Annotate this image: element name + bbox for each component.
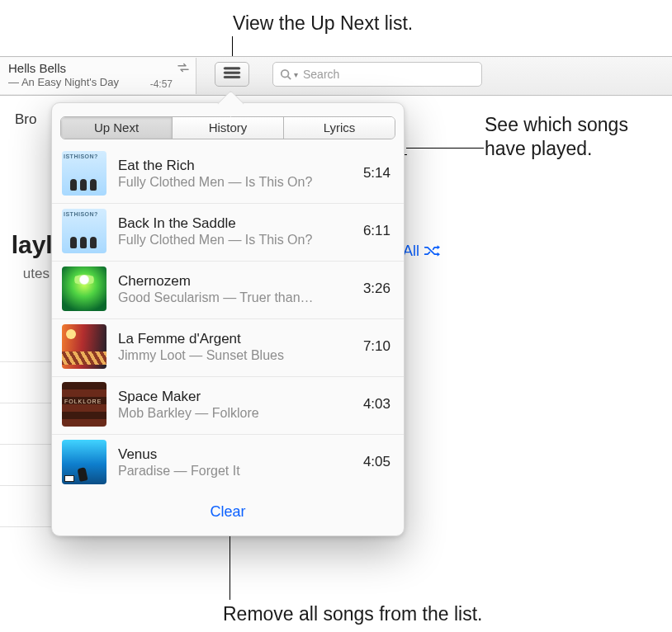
song-meta: La Femme d'ArgentJimmy Loot — Sunset Blu… bbox=[118, 331, 345, 363]
song-duration: 7:10 bbox=[357, 338, 390, 355]
svg-rect-1 bbox=[224, 72, 240, 73]
song-title: Chernozem bbox=[118, 273, 345, 290]
song-meta: Eat the RichFully Clothed Men — Is This … bbox=[118, 158, 345, 190]
song-title: Eat the Rich bbox=[118, 158, 345, 174]
song-meta: Space MakerMob Barkley — Folklore bbox=[118, 389, 345, 421]
song-subtitle: Fully Clothed Men — Is This On? bbox=[118, 175, 345, 190]
up-next-list: Eat the RichFully Clothed Men — Is This … bbox=[52, 146, 404, 492]
song-meta: ChernozemGood Secularism — Truer than… bbox=[118, 273, 345, 305]
shuffle-all-link[interactable]: All bbox=[403, 243, 440, 260]
song-meta: Back In the SaddleFully Clothed Men — Is… bbox=[118, 215, 345, 248]
up-next-popover: Up Next History Lyrics Eat the RichFully… bbox=[51, 102, 405, 536]
list-item[interactable]: VenusParadise — Forget It4:05 bbox=[52, 435, 404, 492]
tab-lyrics[interactable]: Lyrics bbox=[283, 117, 395, 139]
list-item[interactable]: La Femme d'ArgentJimmy Loot — Sunset Blu… bbox=[52, 319, 404, 377]
song-subtitle: Fully Clothed Men — Is This On? bbox=[118, 233, 345, 248]
search-icon bbox=[280, 68, 291, 80]
search-input[interactable]: ▾ Search bbox=[272, 62, 482, 87]
bg-utes-fragment: utes bbox=[0, 266, 50, 282]
svg-rect-0 bbox=[224, 68, 240, 69]
repeat-icon[interactable] bbox=[176, 61, 191, 74]
song-title: Venus bbox=[118, 446, 345, 463]
chevron-down-icon: ▾ bbox=[294, 70, 298, 79]
svg-line-4 bbox=[288, 77, 291, 80]
list-item[interactable]: Space MakerMob Barkley — Folklore4:03 bbox=[52, 377, 404, 435]
bg-browse-label: Bro bbox=[15, 111, 36, 128]
tab-history[interactable]: History bbox=[172, 117, 283, 139]
callout-history-line2: have played. bbox=[485, 137, 592, 161]
song-duration: 5:14 bbox=[357, 165, 390, 182]
song-title: Back In the Saddle bbox=[118, 215, 345, 232]
callout-clear: Remove all songs from the list. bbox=[223, 602, 482, 626]
segmented-control: Up Next History Lyrics bbox=[60, 116, 395, 139]
song-subtitle: Jimmy Loot — Sunset Blues bbox=[118, 348, 345, 363]
song-subtitle: Mob Barkley — Folklore bbox=[118, 406, 345, 421]
song-title: Space Maker bbox=[118, 389, 345, 405]
album-art bbox=[62, 266, 106, 311]
callout-history-line1: See which songs bbox=[485, 113, 628, 137]
song-duration: 3:26 bbox=[357, 281, 390, 297]
callout-view-up-next: View the Up Next list. bbox=[233, 12, 413, 35]
tab-up-next[interactable]: Up Next bbox=[61, 117, 172, 139]
song-duration: 4:03 bbox=[357, 396, 390, 413]
song-meta: VenusParadise — Forget It bbox=[118, 446, 345, 479]
shuffle-icon bbox=[424, 243, 440, 259]
now-playing-title: Hells Bells bbox=[8, 61, 159, 75]
search-placeholder: Search bbox=[303, 68, 339, 81]
list-item[interactable]: ChernozemGood Secularism — Truer than…3:… bbox=[52, 262, 404, 319]
song-duration: 4:05 bbox=[357, 454, 390, 470]
clear-button[interactable]: Clear bbox=[52, 503, 404, 521]
list-item[interactable]: Back In the SaddleFully Clothed Men — Is… bbox=[52, 204, 404, 262]
album-art bbox=[62, 209, 106, 253]
song-duration: 6:11 bbox=[357, 223, 390, 239]
song-title: La Femme d'Argent bbox=[118, 331, 345, 347]
up-next-button[interactable] bbox=[215, 62, 249, 87]
song-subtitle: Good Secularism — Truer than… bbox=[118, 290, 345, 305]
album-art bbox=[62, 324, 106, 369]
time-remaining: -4:57 bbox=[150, 78, 173, 90]
now-playing-display[interactable]: Hells Bells — An Easy Night's Day -4:57 bbox=[0, 58, 196, 94]
list-icon bbox=[223, 66, 241, 83]
list-item[interactable]: Eat the RichFully Clothed Men — Is This … bbox=[52, 146, 404, 204]
now-playing-subtitle: — An Easy Night's Day bbox=[8, 76, 159, 88]
song-subtitle: Paradise — Forget It bbox=[118, 464, 345, 479]
callout-line bbox=[406, 148, 484, 149]
album-art bbox=[62, 382, 106, 427]
shuffle-all-label: All bbox=[403, 243, 419, 259]
svg-rect-2 bbox=[224, 76, 240, 78]
album-art bbox=[62, 151, 106, 196]
album-art bbox=[62, 440, 106, 484]
svg-point-3 bbox=[282, 70, 289, 78]
